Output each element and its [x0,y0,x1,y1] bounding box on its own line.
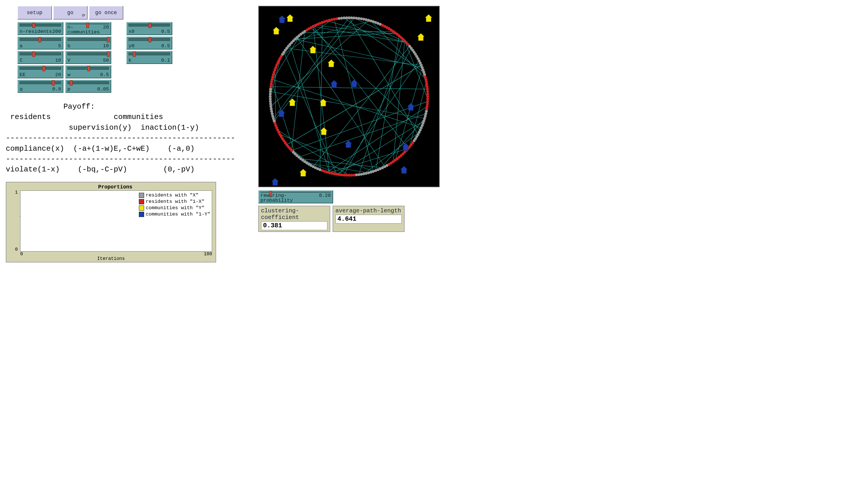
slider-track[interactable] [20,53,61,55]
svg-point-705 [425,83,428,86]
slider-thumb[interactable] [107,37,110,42]
svg-line-614 [320,23,322,170]
slider-value: 200 [52,29,61,34]
svg-line-655 [359,39,403,174]
slider-track[interactable] [128,24,170,27]
svg-point-760 [347,174,350,177]
slider-x0[interactable]: x00.5 [126,22,172,35]
go-button[interactable]: go⟳ [53,6,88,20]
svg-point-854 [333,18,336,21]
slider-EE[interactable]: EE20 [17,65,63,78]
svg-point-759 [350,174,353,177]
slider-label: n-residents [20,29,52,34]
svg-point-703 [424,78,427,81]
slider-value: 0.20 [319,193,331,203]
svg-point-762 [343,174,345,177]
slider-label: w [67,72,70,77]
slider-label: EE [20,72,25,77]
slider-thumb[interactable] [32,23,35,28]
legend-swatch [139,205,144,211]
svg-point-804 [270,110,273,113]
slider-thumb[interactable] [52,81,55,86]
svg-point-752 [367,171,370,174]
slider-track[interactable] [67,53,109,55]
slider-n-residents[interactable]: n-residents200 [17,22,63,35]
svg-point-812 [269,90,272,93]
slider-thumb[interactable] [70,81,73,86]
plot-title: Proportions [17,184,213,190]
slider-value: 0.5 [161,43,170,49]
slider-p[interactable]: p0.05 [65,79,111,93]
setup-button-label: setup [27,10,42,15]
legend-item: residents with "1-X" [139,198,210,205]
slider-label: b [67,43,70,49]
svg-point-711 [426,98,429,101]
world-view[interactable] [258,6,440,187]
slider-track[interactable] [20,38,61,41]
slider-thumb[interactable] [148,37,151,42]
slider-k[interactable]: k0.1 [126,51,172,64]
slider-track[interactable] [20,81,61,84]
monitor-value: 4.641 [336,215,402,224]
slider-thumb[interactable] [148,23,151,28]
svg-point-813 [269,88,272,91]
slider-rewiring-probability[interactable]: rewiring-probability0.20 [258,190,333,203]
slider-track[interactable] [67,67,109,70]
slider-value: 5 [58,43,61,49]
svg-point-662 [352,17,355,19]
slider-b[interactable]: b10 [65,36,111,50]
slider-n-communities[interactable]: n-communities20 [65,22,111,35]
slider-track[interactable] [260,192,331,192]
svg-line-638 [364,132,419,174]
slider-C[interactable]: C10 [17,51,63,64]
slider-thumb[interactable] [38,37,41,42]
svg-line-658 [393,41,405,162]
slider-value: 0.5 [100,72,109,77]
svg-point-810 [269,95,272,98]
svg-point-755 [360,173,363,176]
slider-thumb[interactable] [87,66,90,71]
slider-track[interactable] [128,53,170,55]
svg-point-667 [365,18,367,21]
slider-q[interactable]: q0.8 [17,79,63,93]
average-path-length-monitor: average-path-length 4.641 [333,206,405,232]
legend-swatch [139,199,144,204]
svg-point-757 [355,173,358,176]
slider-thumb[interactable] [133,52,136,57]
svg-line-609 [284,52,337,174]
monitor-label: average-path-length [336,208,402,214]
payoff-matrix: Payoff: residents communities supervisio… [6,101,235,175]
go-button-label: go [67,10,73,15]
svg-point-764 [338,173,341,176]
slider-thumb[interactable] [269,191,272,196]
svg-line-610 [272,82,295,154]
plot-legend: residents with "X"residents with "1-X"co… [139,192,210,218]
slider-y0[interactable]: y00.5 [126,36,172,50]
slider-w[interactable]: w0.5 [65,65,111,78]
slider-track[interactable] [67,38,109,41]
slider-track[interactable] [128,38,170,41]
svg-point-717 [424,113,427,115]
svg-line-635 [297,37,385,166]
slider-track[interactable] [67,24,109,24]
slider-thumb[interactable] [32,52,35,57]
slider-a[interactable]: a5 [17,36,63,50]
go-once-button[interactable]: go once [89,6,123,20]
svg-line-645 [272,34,301,82]
legend-label: residents with "1-X" [146,198,205,205]
slider-track[interactable] [20,67,61,70]
slider-thumb[interactable] [42,66,45,71]
slider-track[interactable] [67,81,109,84]
setup-button[interactable]: setup [17,6,52,20]
svg-point-708 [426,90,429,93]
slider-V[interactable]: V50 [65,51,111,64]
slider-track[interactable] [20,24,61,27]
legend-label: communities with "Y" [146,205,205,211]
svg-point-816 [270,81,273,83]
slider-value: 10 [55,58,61,63]
slider-value: 50 [103,58,109,63]
slider-thumb[interactable] [86,23,89,28]
slider-value: 20 [103,25,109,35]
legend-item: communities with "Y" [139,205,210,211]
slider-thumb[interactable] [107,52,110,57]
